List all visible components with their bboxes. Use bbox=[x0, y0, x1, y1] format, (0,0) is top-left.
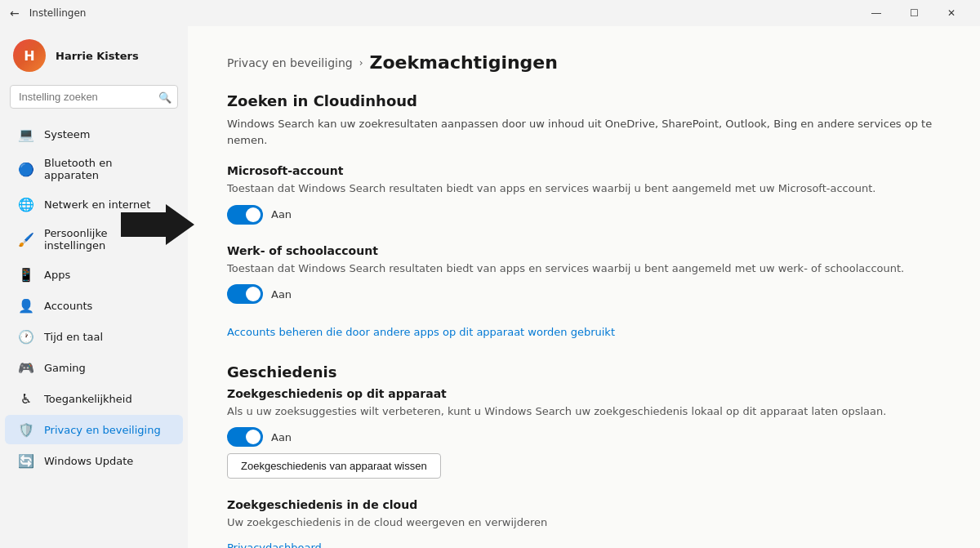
avatar: H bbox=[13, 39, 46, 72]
microsoft-account-block: Microsoft-account Toestaan dat Windows S… bbox=[227, 164, 941, 225]
sidebar-label-gaming: Gaming bbox=[44, 362, 86, 374]
cloud-history-desc: Uw zoekgeschiedenis in de cloud weergeve… bbox=[227, 515, 941, 531]
sidebar-item-update[interactable]: 🔄 Windows Update bbox=[5, 446, 183, 475]
sidebar-label-persoonlijk: Persoonlijke instellingen bbox=[44, 227, 170, 252]
device-history-label: Zoekgeschiedenis op dit apparaat bbox=[227, 387, 941, 400]
tijd-icon: 🕐 bbox=[18, 328, 34, 345]
microsoft-account-sublabel: Toestaan dat Windows Search resultaten b… bbox=[227, 180, 941, 197]
user-profile: H Harrie Kisters bbox=[0, 26, 188, 82]
cloud-section-title: Zoeken in Cloudinhoud bbox=[227, 92, 941, 109]
sidebar: H Harrie Kisters 🔍 💻 Systeem 🔵 Bluetooth… bbox=[0, 26, 188, 548]
sidebar-label-systeem: Systeem bbox=[44, 128, 90, 140]
sidebar-item-netwerk[interactable]: 🌐 Netwerk en internet bbox=[5, 189, 183, 219]
sidebar-label-apps: Apps bbox=[44, 269, 70, 281]
sidebar-item-apps[interactable]: 📱 Apps bbox=[5, 260, 183, 289]
microsoft-account-label: Microsoft-account bbox=[227, 164, 941, 177]
sidebar-item-persoonlijk[interactable]: 🖌️ Persoonlijke instellingen bbox=[5, 221, 183, 258]
sidebar-label-update: Windows Update bbox=[44, 455, 133, 467]
work-account-toggle-label: Aan bbox=[271, 288, 292, 301]
back-button[interactable]: ← bbox=[10, 7, 20, 20]
breadcrumb-current: Zoekmachtigingen bbox=[370, 52, 558, 73]
close-button[interactable]: ✕ bbox=[933, 0, 970, 26]
search-icon: 🔍 bbox=[158, 91, 172, 103]
apps-icon: 📱 bbox=[18, 266, 34, 283]
sidebar-label-bluetooth: Bluetooth en apparaten bbox=[44, 157, 170, 181]
sidebar-item-systeem[interactable]: 💻 Systeem bbox=[5, 119, 183, 149]
search-box[interactable]: 🔍 bbox=[10, 85, 178, 109]
persoonlijk-icon: 🖌️ bbox=[18, 231, 34, 247]
sidebar-item-accounts[interactable]: 👤 Accounts bbox=[5, 291, 183, 320]
work-account-toggle[interactable] bbox=[227, 284, 263, 304]
microsoft-account-toggle-row: Aan bbox=[227, 205, 941, 225]
search-input[interactable] bbox=[10, 85, 178, 109]
device-history-toggle[interactable] bbox=[227, 427, 263, 447]
sidebar-label-privacy: Privacy en beveiliging bbox=[44, 424, 161, 436]
minimize-button[interactable]: — bbox=[858, 0, 895, 26]
work-account-label: Werk- of schoolaccount bbox=[227, 244, 941, 257]
history-section-title: Geschiedenis bbox=[227, 363, 941, 381]
work-account-block: Werk- of schoolaccount Toestaan dat Wind… bbox=[227, 244, 941, 305]
app-title: Instellingen bbox=[29, 7, 87, 19]
sidebar-item-privacy[interactable]: 🛡️ Privacy en beveiliging bbox=[5, 415, 183, 444]
sidebar-item-tijd[interactable]: 🕐 Tijd en taal bbox=[5, 322, 183, 351]
device-history-toggle-label: Aan bbox=[271, 431, 292, 443]
sidebar-label-toegankelijkheid: Toegankelijkheid bbox=[44, 393, 132, 405]
update-icon: 🔄 bbox=[18, 452, 34, 469]
title-bar: ← Instellingen — ☐ ✕ bbox=[0, 0, 980, 26]
systeem-icon: 💻 bbox=[18, 126, 34, 142]
cloud-history-block: Zoekgeschiedenis in de cloud Uw zoekgesc… bbox=[227, 498, 941, 548]
microsoft-account-toggle-label: Aan bbox=[271, 208, 292, 221]
work-account-toggle-row: Aan bbox=[227, 284, 941, 304]
device-history-toggle-row: Aan bbox=[227, 427, 941, 447]
breadcrumb: Privacy en beveiliging › Zoekmachtiginge… bbox=[227, 52, 941, 73]
device-history-sublabel: Als u uw zoeksuggesties wilt verbeteren,… bbox=[227, 403, 941, 420]
bluetooth-icon: 🔵 bbox=[18, 161, 34, 177]
device-history-block: Zoekgeschiedenis op dit apparaat Als u u… bbox=[227, 387, 941, 479]
accounts-icon: 👤 bbox=[18, 297, 34, 314]
user-name: Harrie Kisters bbox=[56, 50, 139, 62]
clear-history-button[interactable]: Zoekgeschiedenis van apparaat wissen bbox=[227, 453, 441, 479]
manage-accounts-link[interactable]: Accounts beheren die door andere apps op… bbox=[227, 326, 615, 338]
sidebar-item-bluetooth[interactable]: 🔵 Bluetooth en apparaten bbox=[5, 150, 183, 188]
privacy-icon: 🛡️ bbox=[18, 421, 34, 438]
sidebar-item-toegankelijkheid[interactable]: ♿ Toegankelijkheid bbox=[5, 384, 183, 413]
sidebar-label-tijd: Tijd en taal bbox=[44, 331, 103, 343]
sidebar-label-accounts: Accounts bbox=[44, 300, 92, 312]
breadcrumb-parent[interactable]: Privacy en beveiliging bbox=[227, 56, 353, 69]
breadcrumb-sep: › bbox=[359, 57, 363, 69]
work-account-sublabel: Toestaan dat Windows Search resultaten b… bbox=[227, 261, 941, 277]
toegankelijkheid-icon: ♿ bbox=[18, 390, 34, 407]
main-content: Privacy en beveiliging › Zoekmachtiginge… bbox=[188, 26, 980, 548]
cloud-history-label: Zoekgeschiedenis in de cloud bbox=[227, 498, 941, 511]
sidebar-label-netwerk: Netwerk en internet bbox=[44, 198, 150, 211]
netwerk-icon: 🌐 bbox=[18, 196, 34, 212]
microsoft-account-toggle[interactable] bbox=[227, 205, 263, 225]
privacy-dashboard-link[interactable]: Privacydashboard bbox=[227, 541, 322, 549]
gaming-icon: 🎮 bbox=[18, 359, 34, 376]
sidebar-item-gaming[interactable]: 🎮 Gaming bbox=[5, 353, 183, 382]
maximize-button[interactable]: ☐ bbox=[895, 0, 933, 26]
cloud-section-desc: Windows Search kan uw zoekresultaten aan… bbox=[227, 116, 941, 148]
